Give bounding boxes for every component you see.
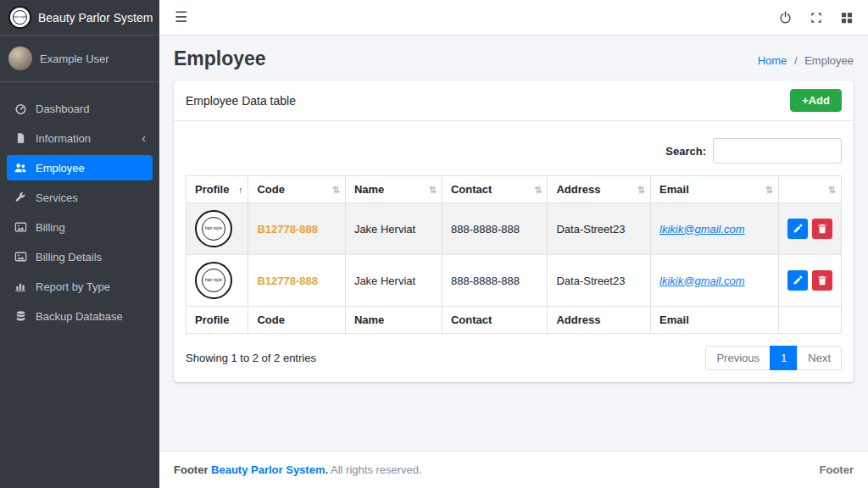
- content-header: Employee Home / Employee: [159, 36, 868, 80]
- footer-prefix: Footer: [174, 463, 208, 476]
- add-button[interactable]: +Add: [790, 89, 842, 112]
- fullscreen-icon[interactable]: [810, 12, 822, 24]
- entries-info: Showing 1 to 2 of 2 entries: [186, 352, 316, 364]
- employee-table: Profile↑ Code⇅ Name⇅ Contact⇅ Address⇅ E…: [186, 175, 842, 334]
- card-body: Search: Profile↑ Code⇅ Name⇅ Co: [174, 121, 854, 382]
- search-input[interactable]: [713, 138, 842, 164]
- address-cell: Data-Street23: [548, 255, 651, 307]
- column-header-code[interactable]: Code⇅: [248, 176, 345, 203]
- sidebar-item-backup-database[interactable]: Backup Database: [7, 303, 153, 329]
- footer-right: Footer: [820, 463, 854, 476]
- sidebar-item-information[interactable]: Information ‹: [7, 125, 153, 151]
- image-icon: [14, 250, 27, 263]
- sidebar-item-label: Services: [36, 191, 78, 204]
- breadcrumb-separator: /: [794, 54, 798, 67]
- power-icon[interactable]: [779, 11, 792, 24]
- bar-chart-icon: [14, 280, 27, 293]
- page-footer: Footer Beauty Parlor System. All rights …: [159, 451, 868, 488]
- contact-cell: 888-8888-888: [442, 255, 548, 307]
- email-link[interactable]: lkikik@gmail.com: [659, 274, 745, 287]
- column-header-address[interactable]: Address⇅: [548, 176, 651, 203]
- breadcrumb-current: Employee: [804, 54, 854, 67]
- sort-icon: ⇅: [765, 184, 773, 195]
- brand[interactable]: hair style Beauty Parlor System: [0, 0, 159, 36]
- column-header-contact[interactable]: Contact⇅: [442, 176, 548, 203]
- sidebar-item-billing[interactable]: Billing: [7, 214, 153, 240]
- sidebar-toggle-icon[interactable]: ☰: [175, 8, 187, 26]
- main-area: ☰ Employee Home / Employee Employee Data…: [159, 0, 868, 488]
- actions-cell: [778, 203, 841, 255]
- sidebar-item-label: Billing Details: [36, 251, 102, 263]
- app-window: hair style Beauty Parlor System Example …: [0, 0, 868, 488]
- tachometer-icon: [14, 102, 27, 115]
- employee-card: Employee Data table +Add Search:: [174, 80, 854, 382]
- image-icon: [14, 220, 27, 234]
- content: Employee Data table +Add Search:: [159, 80, 868, 382]
- sort-icon: ⇅: [332, 184, 340, 195]
- profile-cell: hair style: [186, 203, 248, 255]
- page-title: Employee: [174, 47, 266, 70]
- sidebar-item-billing-details[interactable]: Billing Details: [7, 244, 153, 269]
- sidebar-item-dashboard[interactable]: Dashboard: [7, 96, 153, 121]
- topbar-actions: [779, 11, 853, 24]
- delete-button[interactable]: [812, 219, 832, 239]
- footer-contact: Contact: [442, 307, 548, 334]
- name-cell: Jake Herviat: [345, 203, 442, 255]
- contact-cell: 888-8888-888: [442, 203, 548, 255]
- column-header-name[interactable]: Name⇅: [345, 176, 442, 203]
- column-header-profile[interactable]: Profile↑: [186, 176, 248, 203]
- breadcrumb: Home / Employee: [758, 54, 854, 70]
- profile-avatar: hair style: [195, 262, 232, 299]
- table-footer-row: Profile Code Name Contact Address Email: [186, 307, 842, 334]
- sidebar-item-label: Employee: [36, 162, 85, 175]
- card-header: Employee Data table +Add: [174, 80, 854, 121]
- footer-email: Email: [651, 307, 779, 334]
- footer-code: Code: [248, 307, 345, 334]
- pagination-next[interactable]: Next: [797, 346, 842, 370]
- users-icon: [14, 161, 27, 175]
- database-icon: [14, 309, 27, 323]
- email-cell: lkikik@gmail.com: [651, 255, 779, 307]
- grid-icon[interactable]: [841, 12, 853, 24]
- sidebar-item-label: Information: [36, 132, 91, 145]
- sidebar: hair style Beauty Parlor System Example …: [0, 0, 159, 488]
- edit-button[interactable]: [787, 270, 808, 291]
- pagination-previous[interactable]: Previous: [705, 346, 771, 370]
- table-footer-bar: Showing 1 to 2 of 2 entries Previous 1 N…: [186, 346, 842, 370]
- wrench-icon: [14, 191, 27, 204]
- table-header-row: Profile↑ Code⇅ Name⇅ Contact⇅ Address⇅ E…: [186, 176, 842, 203]
- sidebar-item-label: Dashboard: [36, 103, 90, 115]
- sidebar-item-services[interactable]: Services: [7, 185, 153, 210]
- footer-brand-link[interactable]: Beauty Parlor System.: [211, 463, 328, 476]
- table-row: hair style B12778-888 Jake Herviat 888-8…: [186, 255, 842, 307]
- file-icon: [14, 131, 27, 145]
- column-header-actions[interactable]: ⇅: [778, 176, 841, 203]
- footer-actions: [778, 307, 841, 334]
- card-title: Employee Data table: [186, 94, 296, 108]
- sidebar-item-employee[interactable]: Employee: [7, 155, 153, 180]
- chevron-left-icon: ‹: [142, 132, 146, 144]
- email-link[interactable]: lkikik@gmail.com: [659, 223, 745, 236]
- breadcrumb-home-link[interactable]: Home: [758, 54, 787, 67]
- user-name-link[interactable]: Example User: [40, 53, 109, 65]
- column-header-email[interactable]: Email⇅: [651, 176, 779, 203]
- footer-left: Footer Beauty Parlor System. All rights …: [174, 463, 422, 476]
- footer-profile: Profile: [186, 307, 248, 334]
- pagination: Previous 1 Next: [705, 346, 842, 370]
- footer-rights: All rights reserved.: [331, 463, 422, 476]
- sidebar-item-label: Report by Type: [36, 280, 110, 293]
- code-cell: B12778-888: [248, 255, 345, 307]
- user-panel: Example User: [0, 36, 159, 82]
- delete-button[interactable]: [812, 270, 832, 291]
- search-row: Search:: [186, 138, 842, 164]
- sort-icon: ⇅: [534, 184, 542, 195]
- name-cell: Jake Herviat: [345, 255, 442, 307]
- pagination-page-1[interactable]: 1: [770, 346, 798, 370]
- edit-button[interactable]: [787, 219, 808, 239]
- code-cell: B12778-888: [248, 203, 345, 255]
- sidebar-item-report-by-type[interactable]: Report by Type: [7, 274, 153, 299]
- sort-icon: ⇅: [828, 184, 836, 195]
- sort-asc-icon: ↑: [238, 185, 243, 195]
- profile-cell: hair style: [186, 255, 248, 307]
- search-label: Search:: [665, 145, 706, 158]
